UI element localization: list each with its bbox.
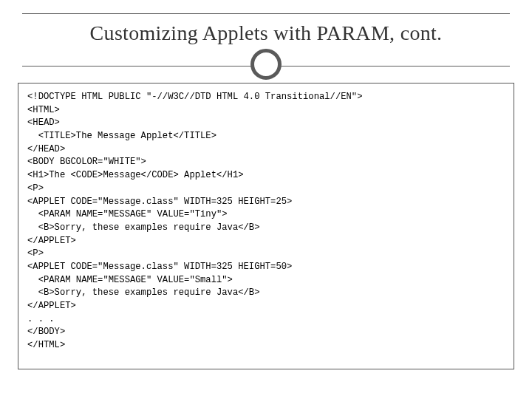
code-line: <P> [27, 248, 44, 259]
code-line: </APPLET> [27, 301, 76, 311]
code-line: </HTML> [27, 340, 65, 350]
code-box: <!DOCTYPE HTML PUBLIC "-//W3C//DTD HTML … [18, 83, 514, 369]
code-line: <APPLET CODE="Message.class" WIDTH=325 H… [27, 197, 292, 207]
code-line: <TITLE>The Message Applet</TITLE> [27, 131, 216, 141]
code-line: <HEAD> [27, 117, 60, 128]
code-line: <PARAM NAME="MESSAGE" VALUE="Small"> [27, 275, 233, 285]
code-line: <BODY BGCOLOR="WHITE"> [27, 157, 146, 167]
code-line: <P> [27, 183, 44, 194]
code-line: <H1>The <CODE>Message</CODE> Applet</H1> [27, 170, 244, 180]
code-line: <APPLET CODE="Message.class" WIDTH=325 H… [27, 262, 292, 272]
code-line: <B>Sorry, these examples require Java</B… [27, 222, 260, 233]
code-line: </APPLET> [27, 236, 76, 246]
slide: Customizing Applets with PARAM, cont. <!… [0, 0, 532, 399]
code-line: . . . [27, 314, 55, 324]
decorative-circle-icon [250, 49, 282, 80]
code-line: <HTML> [27, 105, 60, 115]
code-line: <B>Sorry, these examples require Java</B… [27, 287, 260, 298]
code-block: <!DOCTYPE HTML PUBLIC "-//W3C//DTD HTML … [27, 91, 505, 352]
code-line: <PARAM NAME="MESSAGE" VALUE="Tiny"> [27, 209, 228, 219]
code-line: <!DOCTYPE HTML PUBLIC "-//W3C//DTD HTML … [27, 92, 362, 102]
code-line: </BODY> [27, 327, 65, 337]
code-line: </HEAD> [27, 144, 65, 154]
slide-title: Customizing Applets with PARAM, cont. [22, 21, 510, 45]
